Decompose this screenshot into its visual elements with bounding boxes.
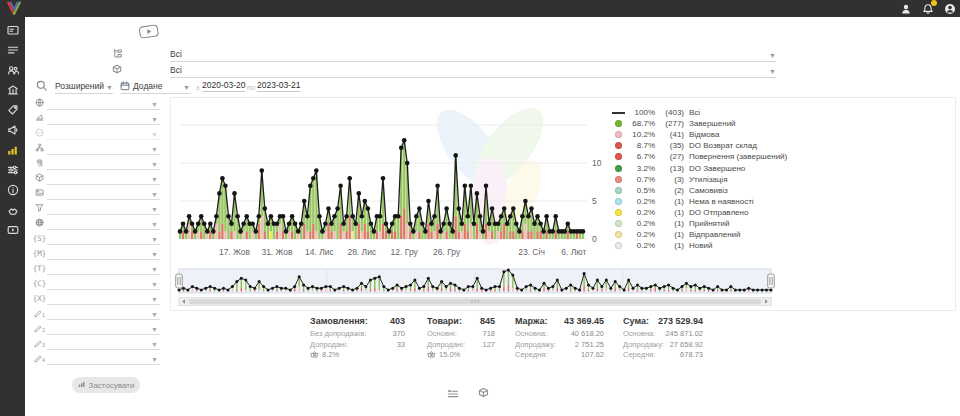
legend-item[interactable]: 0.2%(1)DO Отправлено xyxy=(608,207,787,218)
sidebar-item-marketing[interactable] xyxy=(0,121,25,141)
legend-count: (1) xyxy=(655,219,684,228)
legend-count: (27) xyxy=(655,152,684,161)
filter-fingerprint-icon xyxy=(35,158,45,168)
status-filter-value: Всі xyxy=(170,49,182,59)
legend-item[interactable]: 0.5%(2)Самовивіз xyxy=(608,185,787,196)
legend-item[interactable]: 0.2%(1)Нема в наявності xyxy=(608,196,787,207)
svg-text:31. Жов: 31. Жов xyxy=(261,247,293,257)
filter-website-select[interactable]: ▼ xyxy=(47,217,160,230)
stat-row: Основні:718 xyxy=(427,329,495,340)
sidebar-item-clients[interactable] xyxy=(0,61,25,81)
chevron-down-icon: ▼ xyxy=(151,115,160,124)
legend-item[interactable]: 0.7%(3)Утилізація xyxy=(608,174,787,185)
navigator-handle[interactable] xyxy=(768,274,775,288)
filter-funnel-icon xyxy=(35,203,45,213)
filter-param-s-select[interactable]: ▼ xyxy=(47,232,160,245)
legend-item[interactable]: 0.2%(1)Прийнятий xyxy=(608,218,787,229)
chevron-down-icon: ▼ xyxy=(106,84,113,91)
legend-percent: 0.2% xyxy=(628,197,655,206)
chevron-down-icon: ▼ xyxy=(769,52,776,59)
sidebar-item-price-tags[interactable] xyxy=(0,101,25,121)
chevron-down-icon: ▼ xyxy=(151,355,160,364)
topbar-actions xyxy=(899,0,956,17)
date-field-select[interactable]: Додане ▼ xyxy=(120,78,190,94)
sidebar-item-dashboard[interactable] xyxy=(0,21,25,41)
apply-button[interactable]: Застосувати xyxy=(72,377,140,393)
sidebar-item-orders[interactable] xyxy=(0,41,25,61)
date-to-input[interactable]: 2023-03-21 xyxy=(257,80,300,92)
sidebar-item-company[interactable] xyxy=(0,81,25,101)
sidebar-item-settings[interactable] xyxy=(0,161,25,181)
chevron-down-icon: ▼ xyxy=(151,295,160,304)
chevron-down-icon: ▼ xyxy=(151,250,160,259)
product-filter-select[interactable]: Всі ▼ xyxy=(170,61,776,78)
user-icon[interactable] xyxy=(899,2,912,15)
filter-custom-field-4-select[interactable]: ▼ xyxy=(47,352,160,365)
sidebar-item-video-tutorials[interactable] xyxy=(0,221,25,241)
legend-item[interactable]: 0.2%(1)Новий xyxy=(608,240,787,251)
list-view-icon[interactable] xyxy=(447,386,459,404)
stat-row: 15.0% xyxy=(427,350,495,361)
status-filter-select[interactable]: Всі ▼ xyxy=(170,45,776,62)
legend-count: (403) xyxy=(655,108,684,117)
video-icon xyxy=(7,222,19,240)
filter-image-select[interactable]: ▼ xyxy=(47,187,160,200)
app-root: Всі ▼ Всі ▼ Розширений ▼ Додане ▼ з 2020… xyxy=(0,0,960,416)
legend-item[interactable]: 10.2%(41)Відмова xyxy=(608,129,787,140)
legend-item[interactable]: 68.7%(277)Завершений xyxy=(608,118,787,129)
navigator-handle[interactable] xyxy=(176,274,183,288)
chevron-down-icon: ▼ xyxy=(151,310,160,319)
sidebar-item-analytics[interactable] xyxy=(0,141,25,161)
filter-custom-field-1-icon: 1 xyxy=(34,309,45,318)
product-view-icon[interactable] xyxy=(478,385,490,403)
sidebar-item-partners[interactable] xyxy=(0,201,25,221)
svg-text:12. Гру: 12. Гру xyxy=(391,247,419,257)
legend-item[interactable]: 3.2%(13)DO Завершено xyxy=(608,162,787,173)
legend-percent: 0.7% xyxy=(628,175,655,184)
chevron-down-icon: ▼ xyxy=(151,265,160,274)
profile-icon[interactable] xyxy=(943,2,956,15)
filter-param-t-icon: {T} xyxy=(33,264,47,273)
sidebar-item-info[interactable] xyxy=(0,181,25,201)
chart-navigator[interactable] xyxy=(171,264,955,310)
search-icon[interactable] xyxy=(36,78,48,96)
megaphone-icon xyxy=(7,122,19,140)
filter-custom-field-1-select[interactable]: ▼ xyxy=(47,307,160,320)
legend-item[interactable]: 6.7%(27)Повернення (завершений) xyxy=(608,151,787,162)
date-from-input[interactable]: 2020-03-20 xyxy=(202,80,245,92)
legend-item[interactable]: 8.7%(35)DO Возврат склад xyxy=(608,140,787,151)
filter-status-select[interactable]: ▼ xyxy=(47,127,160,140)
svg-text:28. Лис: 28. Лис xyxy=(347,247,377,257)
filter-param-t-select[interactable]: ▼ xyxy=(47,262,160,275)
filter-geo-select[interactable]: ▼ xyxy=(47,97,160,110)
svg-text:10: 10 xyxy=(592,158,602,168)
filter-category-select[interactable]: ▼ xyxy=(47,142,160,155)
legend-item[interactable]: 0.2%(1)Відправлений xyxy=(608,229,787,240)
filter-param-m-select[interactable]: ▼ xyxy=(47,247,160,260)
app-logo[interactable] xyxy=(6,1,22,16)
video-hint-icon[interactable] xyxy=(138,23,160,44)
chevron-down-icon: ▼ xyxy=(151,175,160,184)
filter-funnel-select[interactable]: ▼ xyxy=(47,202,160,215)
legend-percent: 0.2% xyxy=(628,230,655,239)
legend-item[interactable]: 100%(403)Всі xyxy=(608,107,787,118)
apply-chart-icon xyxy=(78,380,86,390)
filter-image-icon xyxy=(35,188,45,198)
filter-source-select[interactable]: ▼ xyxy=(47,112,160,125)
legend-label: Утилізація xyxy=(684,175,727,184)
filter-param-x-select[interactable]: ▼ xyxy=(47,292,160,305)
legend-percent: 0.2% xyxy=(628,219,655,228)
legend-percent: 0.2% xyxy=(628,208,655,217)
chevron-down-icon: ▼ xyxy=(151,235,160,244)
filter-product-select[interactable]: ▼ xyxy=(47,172,160,185)
filter-status-icon xyxy=(35,128,45,138)
filter-custom-field-3-select[interactable]: ▼ xyxy=(47,337,160,350)
chevron-down-icon: ▼ xyxy=(769,68,776,75)
legend-label: Прийнятий xyxy=(684,219,730,228)
search-mode-select[interactable]: Розширений ▼ xyxy=(55,78,113,94)
filter-custom-field-2-select[interactable]: ▼ xyxy=(47,322,160,335)
notifications-icon[interactable] xyxy=(921,2,934,15)
filter-param-c-select[interactable]: ▼ xyxy=(47,277,160,290)
filter-identity-select[interactable]: ▼ xyxy=(47,157,160,170)
orders-timeline-chart[interactable]: 051017. Жов31. Жов14. Лис28. Лис12. Гру2… xyxy=(171,98,955,262)
